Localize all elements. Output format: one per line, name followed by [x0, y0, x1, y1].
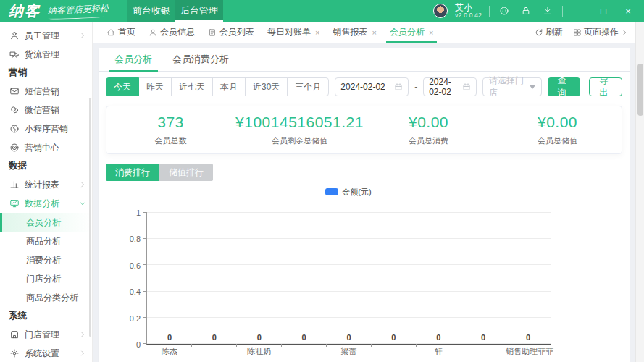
sidebar-item-wechat-marketing[interactable]: 微信营销: [0, 101, 92, 119]
bar-chart-icon: [9, 180, 20, 190]
chevron-right-icon: [79, 181, 86, 188]
sidebar-subitem-product-category-analysis[interactable]: 商品分类分析: [0, 288, 92, 307]
legend-swatch: [325, 188, 338, 195]
sidebar-subitem-store-analysis[interactable]: 门店分析: [0, 269, 92, 288]
date-from-input[interactable]: 2024-02-02: [335, 77, 409, 96]
sidebar-item-marketing-center[interactable]: 营销中心: [0, 138, 92, 157]
calendar-icon: [462, 83, 471, 91]
download-icon[interactable]: [540, 4, 555, 18]
grid-icon: [573, 28, 582, 37]
refresh-button[interactable]: 刷新: [535, 26, 563, 38]
range-today-button[interactable]: 今天: [106, 77, 139, 96]
sidebar-item-logistics-manage[interactable]: 货流管理: [0, 45, 92, 64]
range-threemonths-button[interactable]: 三个月: [287, 77, 329, 96]
tab-member-list[interactable]: 会员列表: [201, 22, 261, 43]
y-tick-label: 1: [136, 209, 141, 217]
nav-tab-backend-manage[interactable]: 后台管理: [175, 0, 223, 22]
sidebar-item-store-manage[interactable]: 门店管理: [0, 325, 92, 344]
bar-value-label: 0: [506, 333, 551, 342]
analysis-subtabs: 会员分析 会员消费分析: [99, 48, 630, 72]
page-operations-button[interactable]: 页面操作: [573, 26, 628, 38]
app-logo: 纳客: [9, 1, 41, 21]
consumption-rank-button[interactable]: 消费排行: [106, 164, 159, 181]
range-last30days-button[interactable]: 近30天: [245, 77, 288, 96]
date-to-input[interactable]: 2024-02-02: [423, 77, 477, 96]
customer-service-icon[interactable]: [497, 4, 511, 18]
range-yesterday-button[interactable]: 昨天: [138, 77, 172, 96]
avatar[interactable]: [433, 4, 448, 18]
date-range-separator: -: [414, 82, 417, 92]
store-icon: [9, 329, 20, 340]
y-tick-label: 0: [136, 340, 141, 349]
sidebar-item-system-settings[interactable]: 系统设置: [0, 344, 92, 362]
sidebar-item-data-analysis[interactable]: 数据分析: [0, 194, 92, 213]
bar-value-label: 0: [282, 333, 327, 342]
bar-value-label: 0: [371, 333, 416, 342]
sidebar-scrollbar-thumb[interactable]: [89, 98, 91, 337]
chart-category: 0: [461, 213, 506, 344]
user-icon: [9, 30, 20, 41]
chart-categories: 0陈杰00陈壮奶00梁蕾00轩00销售助理菲菲: [147, 213, 551, 344]
y-tick-label: 0.6: [130, 261, 141, 270]
main-scrollbar-track[interactable]: [635, 22, 644, 362]
y-tick-label: 0.4: [130, 287, 141, 296]
subtab-member-analysis[interactable]: 会员分析: [114, 48, 152, 71]
app-slogan: 纳客管店更轻松: [48, 2, 109, 20]
category-label: 梁蕾: [327, 346, 372, 357]
stats-summary: 373 会员总数 ¥10014516051.21 会员剩余总储值 ¥0.00 会…: [106, 106, 622, 154]
store-select[interactable]: 请选择门店: [482, 77, 542, 96]
maximize-button[interactable]: □: [595, 4, 612, 18]
minimize-button[interactable]: —: [570, 4, 587, 18]
sidebar-item-sms-marketing[interactable]: 短信营销: [0, 82, 92, 101]
sidebar-subitem-consumption-analysis[interactable]: 消费分析: [0, 251, 92, 269]
close-button[interactable]: ×: [619, 4, 637, 18]
search-button[interactable]: 查询: [548, 77, 581, 96]
tab-home[interactable]: 首页: [100, 22, 142, 43]
stat-remaining-stored-value: ¥10014516051.21 会员剩余总储值: [235, 113, 364, 148]
sidebar-item-miniprogram-marketing[interactable]: 小程序营销: [0, 119, 92, 138]
range-last7days-button[interactable]: 近七天: [171, 77, 213, 96]
main-scrollbar-thumb[interactable]: [637, 64, 643, 116]
home-icon: [106, 28, 115, 37]
sidebar-item-statistic-reports[interactable]: 统计报表: [0, 175, 92, 194]
bar-value-label: 0: [416, 333, 461, 342]
export-button[interactable]: 导出: [589, 77, 622, 96]
nav-tab-front-cashier[interactable]: 前台收银: [127, 0, 175, 22]
chart-category: 0: [371, 213, 416, 344]
subtab-member-consumption-analysis[interactable]: 会员消费分析: [172, 48, 229, 71]
close-tab-icon[interactable]: ×: [372, 28, 376, 37]
filter-bar: 今天 昨天 近七天 本月 近30天 三个月 2024-02-02 - 2024-…: [106, 77, 622, 96]
close-tab-icon[interactable]: ×: [429, 28, 433, 37]
chart-category: 0销售助理菲菲: [506, 213, 551, 344]
refresh-icon: [535, 28, 543, 37]
chevron-right-icon: [79, 331, 86, 338]
chevron-right-icon: [79, 350, 86, 357]
sidebar-subitem-member-analysis[interactable]: 会员分析: [0, 213, 92, 232]
chart-grid: 0陈杰00陈壮奶00梁蕾00轩00销售助理菲菲: [146, 213, 551, 345]
chevron-right-icon: [621, 29, 628, 36]
tab-sales-report[interactable]: 销售报表 ×: [326, 22, 382, 43]
sidebar: 员工管理 货流管理 营销 短信营销 微信营销 小程序营销 营销中心 数据 统计报…: [0, 22, 93, 362]
sidebar-section-marketing: 营销: [0, 64, 92, 82]
truck-icon: [9, 49, 20, 59]
category-label: 陈壮奶: [237, 346, 282, 357]
tab-member-analysis[interactable]: 会员分析 ×: [383, 22, 440, 43]
tab-member-info[interactable]: 会员信息: [142, 22, 201, 43]
bar-value-label: 0: [327, 333, 372, 342]
sidebar-item-employee-manage[interactable]: 员工管理: [0, 26, 92, 45]
lock-icon[interactable]: [519, 4, 533, 18]
stored-value-rank-button[interactable]: 储值排行: [159, 164, 213, 181]
gear-icon: [9, 348, 20, 358]
chart-plot-area: 00.20.40.60.81 0陈杰00陈壮奶00梁蕾00轩00销售助理菲菲: [106, 213, 622, 362]
y-axis-labels: 00.20.40.60.81: [106, 213, 141, 345]
sidebar-subitem-product-analysis[interactable]: 商品分析: [0, 232, 92, 251]
bar-value-label: 0: [461, 333, 506, 342]
range-thismonth-button[interactable]: 本月: [212, 77, 246, 96]
close-tab-icon[interactable]: ×: [315, 28, 319, 37]
tab-daily-reconciliation[interactable]: 每日对账单 ×: [261, 22, 326, 43]
chart-legend[interactable]: 金额(元): [146, 187, 551, 197]
divider: [489, 6, 490, 17]
sidebar-section-data: 数据: [0, 157, 92, 175]
category-label: 销售助理菲菲: [506, 346, 551, 357]
mail-icon: [9, 86, 20, 96]
